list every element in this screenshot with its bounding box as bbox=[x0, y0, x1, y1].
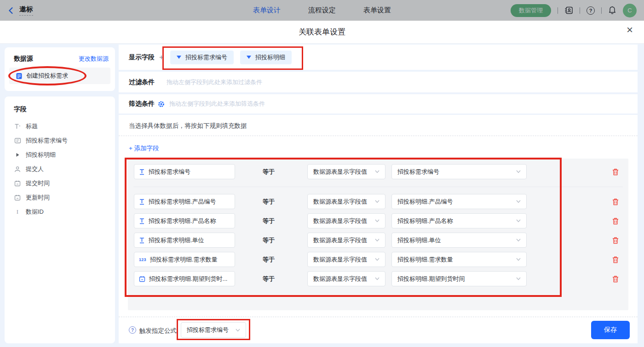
field-item-title[interactable]: 标题 bbox=[14, 119, 115, 133]
datasource-item-label: 创建招投标需求 bbox=[26, 72, 68, 80]
nav-tabs: 表单设计 流程设定 表单设置 bbox=[253, 6, 391, 15]
serial-field-icon bbox=[14, 137, 21, 144]
add-display-field-button[interactable]: + bbox=[159, 53, 164, 62]
field-item-submitter[interactable]: 提交人 bbox=[14, 162, 115, 176]
operator-label: 等于 bbox=[263, 256, 275, 264]
caret-down-icon bbox=[177, 56, 181, 59]
field-chip-label: 招投标需求明细.产品名称 bbox=[149, 217, 216, 225]
field-item-label: 标题 bbox=[26, 122, 38, 131]
value-type-value: 数据源表显示字段值 bbox=[313, 168, 367, 176]
delete-row-button[interactable] bbox=[612, 198, 619, 205]
chevron-down-icon bbox=[236, 329, 240, 332]
field-chip[interactable]: 招投标需求明细.单位 bbox=[134, 233, 235, 248]
calendar-icon bbox=[14, 194, 21, 201]
value-type-select[interactable]: 数据源表显示字段值 bbox=[307, 194, 385, 209]
change-datasource-link[interactable]: 更改数据源 bbox=[79, 55, 109, 63]
user-icon bbox=[14, 166, 21, 172]
tab-form-settings[interactable]: 表单设置 bbox=[363, 6, 391, 15]
display-field-tag[interactable]: 招投标明细 bbox=[240, 51, 292, 64]
source-field-select[interactable]: 招投标明细.产品编号 bbox=[391, 194, 527, 209]
source-field-select[interactable]: 招投标明细.产品名称 bbox=[391, 213, 527, 228]
display-field-tag-label: 招投标需求编号 bbox=[185, 53, 227, 62]
tab-form-design[interactable]: 表单设计 bbox=[253, 6, 281, 15]
source-field-select[interactable]: 招投标明细.期望到货时间 bbox=[391, 271, 527, 286]
date-field-icon bbox=[139, 276, 145, 282]
source-field-select[interactable]: 招投标明细.需求数量 bbox=[391, 252, 527, 267]
save-button[interactable]: 保存 bbox=[591, 321, 630, 339]
tab-process-setting[interactable]: 流程设定 bbox=[308, 6, 336, 15]
field-list: 标题 招投标需求编号 招投标明细 bbox=[14, 119, 115, 219]
trigger-formula-label: 触发指定公式 bbox=[139, 327, 177, 335]
caret-down-icon bbox=[247, 56, 251, 59]
field-item-label: 更新时间 bbox=[26, 193, 50, 202]
screen-conditions-bar[interactable]: 筛选条件 拖动左侧字段到此处来添加筛选条件 bbox=[119, 94, 638, 114]
field-item-submit-time[interactable]: 提交时间 bbox=[14, 176, 115, 190]
divider bbox=[119, 136, 638, 136]
divider bbox=[580, 7, 580, 14]
field-chip[interactable]: 招投标需求明细.产品名称 bbox=[134, 213, 235, 228]
bell-icon[interactable] bbox=[608, 6, 616, 15]
field-item-detail[interactable]: 招投标明细 bbox=[14, 148, 115, 162]
field-chip[interactable]: 招投标需求明细.产品编号 bbox=[134, 194, 235, 209]
display-field-tag[interactable]: 招投标需求编号 bbox=[170, 51, 234, 64]
mapping-row: 招投标需求明细.单位 等于 数据源表显示字段值 招投标明细.单位 bbox=[128, 233, 628, 248]
text-field-icon bbox=[139, 169, 145, 175]
source-field-value: 招投标明细.产品编号 bbox=[397, 198, 453, 206]
value-type-value: 数据源表显示字段值 bbox=[313, 236, 367, 245]
operator-label: 等于 bbox=[263, 275, 275, 283]
divider bbox=[601, 7, 602, 14]
datasource-item[interactable]: 创建招投标需求 bbox=[9, 68, 110, 84]
value-type-value: 数据源表显示字段值 bbox=[313, 217, 367, 225]
help-icon[interactable]: ? bbox=[129, 326, 136, 334]
value-type-value: 数据源表显示字段值 bbox=[313, 198, 367, 206]
mapping-row: 招投标需求明细.期望到货时... 等于 数据源表显示字段值 招投标明细.期望到货… bbox=[128, 271, 628, 286]
mapping-rows-container: 招投标需求编号 等于 数据源表显示字段值 招投标需求编号 bbox=[128, 159, 628, 310]
screen-conditions-label: 筛选条件 bbox=[129, 100, 155, 108]
field-chip[interactable]: 123 招投标需求明细.需求数量 bbox=[134, 252, 235, 267]
datasource-card: 数据源 更改数据源 创建招投标需求 bbox=[5, 47, 115, 91]
delete-row-button[interactable] bbox=[612, 217, 619, 225]
filter-conditions-bar[interactable]: 过滤条件 拖动左侧字段到此处来添加过滤条件 bbox=[119, 72, 638, 92]
expand-caret-icon[interactable] bbox=[14, 153, 21, 157]
value-type-select[interactable]: 数据源表显示字段值 bbox=[307, 213, 385, 228]
page-title: 邀标 bbox=[19, 5, 33, 16]
source-field-select[interactable]: 招投标需求编号 bbox=[391, 164, 527, 179]
value-type-select[interactable]: 数据源表显示字段值 bbox=[307, 164, 385, 179]
value-type-value: 数据源表显示字段值 bbox=[313, 256, 367, 264]
display-field-tag-label: 招投标明细 bbox=[255, 53, 285, 62]
chevron-down-icon bbox=[375, 258, 380, 261]
trigger-formula-select[interactable]: 招投标需求编号 bbox=[181, 322, 246, 338]
operator-label: 等于 bbox=[263, 217, 275, 225]
delete-row-button[interactable] bbox=[612, 168, 619, 176]
delete-row-button[interactable] bbox=[612, 236, 619, 244]
field-item-data-id[interactable]: I 数据ID bbox=[14, 205, 115, 219]
help-icon[interactable]: ? bbox=[586, 6, 595, 15]
value-type-select[interactable]: 数据源表显示字段值 bbox=[307, 252, 385, 267]
add-field-button[interactable]: + 添加字段 bbox=[129, 144, 159, 153]
chevron-down-icon bbox=[375, 239, 380, 242]
chevron-down-icon bbox=[375, 170, 380, 173]
field-item-update-time[interactable]: 更新时间 bbox=[14, 190, 115, 205]
contacts-book-icon[interactable] bbox=[564, 6, 573, 15]
document-icon bbox=[16, 73, 23, 80]
value-type-select[interactable]: 数据源表显示字段值 bbox=[307, 233, 385, 248]
delete-row-button[interactable] bbox=[612, 256, 619, 263]
gear-icon[interactable] bbox=[158, 101, 165, 108]
data-manage-button[interactable]: 数据管理 bbox=[511, 4, 551, 17]
close-icon[interactable]: × bbox=[627, 24, 633, 35]
source-field-value: 招投标明细.需求数量 bbox=[397, 256, 453, 264]
modal-footer: ? 触发指定公式 招投标需求编号 保存 bbox=[119, 317, 638, 343]
delete-row-button[interactable] bbox=[612, 275, 619, 283]
field-item-serial[interactable]: 招投标需求编号 bbox=[14, 133, 115, 148]
back-button[interactable] bbox=[7, 7, 15, 14]
source-field-select[interactable]: 招投标明细.单位 bbox=[391, 233, 527, 248]
user-avatar[interactable]: C bbox=[623, 4, 637, 17]
modal-title: 关联表单设置 bbox=[299, 27, 345, 37]
value-type-select[interactable]: 数据源表显示字段值 bbox=[307, 271, 385, 286]
field-chip[interactable]: 招投标需求明细.期望到货时... bbox=[134, 271, 235, 286]
field-chip[interactable]: 招投标需求编号 bbox=[134, 164, 235, 179]
chevron-down-icon bbox=[516, 170, 521, 173]
source-field-value: 招投标明细.产品名称 bbox=[397, 217, 453, 225]
source-field-value: 招投标明细.期望到货时间 bbox=[397, 275, 465, 283]
chevron-down-icon bbox=[516, 200, 521, 203]
